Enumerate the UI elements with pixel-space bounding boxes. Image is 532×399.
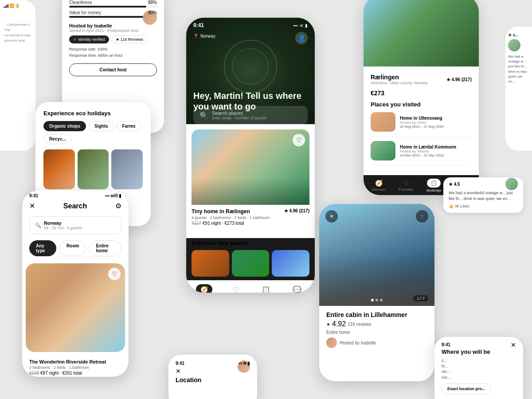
checkmark-icon: ✓	[73, 37, 77, 42]
bookings-sub-location: Akershus, Viken county, Norway	[371, 81, 428, 85]
main-property-card: ♡ ★ 4.96 (217) Tiny home in Rælingen 4 g…	[192, 129, 309, 227]
detail-share-button[interactable]: ↑	[416, 210, 428, 223]
search-input-icon: 🔍	[35, 223, 41, 228]
discover-section: Discover new places	[186, 238, 315, 280]
price-old: €108	[29, 371, 39, 376]
dot-3	[380, 299, 383, 301]
main-content: ♡ ★ 4.96 (217) Tiny home in Rælingen 4 g…	[186, 124, 315, 238]
dot-1	[371, 299, 374, 301]
bookings-tab-bookings[interactable]: 📋 Bookings	[426, 179, 441, 192]
location-signal: ▪▪	[239, 361, 242, 366]
location-title: Location	[176, 376, 250, 383]
detail-property-image: ✕ ↑ 1 / 7	[319, 204, 434, 306]
search-property-price: €108 €87 night · €261 total	[22, 370, 129, 376]
discover-image-2	[232, 250, 270, 277]
filter-tabs: Organic shops Sights Farms Recyc...	[43, 121, 143, 144]
main-price-total: €273 total	[225, 221, 244, 226]
location-battery: ▮	[247, 361, 250, 366]
filter-tab-organic[interactable]: Organic shops	[43, 121, 86, 131]
review-likes: 👍 36 Likes	[449, 204, 518, 208]
where-phone: 9:41 ✕ Where you will be s... th... stu.…	[434, 337, 523, 399]
bookings-tab-favorites[interactable]: ♡ Favorites	[399, 180, 414, 192]
where-title: Where you will be	[442, 348, 516, 355]
filter-tab-sights[interactable]: Sights	[89, 121, 114, 131]
partial-status: 📶 🔋	[4, 4, 20, 8]
where-time: 9:41	[442, 342, 450, 347]
detail-host-avatar	[326, 337, 337, 348]
favorites-icon: ♡	[232, 286, 239, 293]
main-sphere-decoration	[224, 40, 277, 93]
visited-dates-1: 22 Aug 2023 – 27 Aug 2023	[400, 125, 444, 129]
main-price-old: €117	[192, 221, 201, 226]
bookings-info: Rælingen Akershus, Viken county, Norway …	[364, 66, 479, 175]
main-status-bar: 9:41 ▪▪▪ ≋ ▮	[193, 22, 308, 28]
where-exact-location-button[interactable]: Exact location pro...	[442, 383, 491, 394]
bookings-price-row: Rælingen Akershus, Viken county, Norway …	[371, 74, 472, 85]
bookings-location: Rælingen	[371, 74, 428, 81]
signal-icon: ▪▪▪	[105, 193, 110, 198]
bookings-phone: Rælingen Akershus, Viken county, Norway …	[364, 0, 479, 195]
contact-host-button[interactable]: Contact host	[69, 63, 157, 76]
filter-tab-recyc[interactable]: Recyc...	[43, 134, 72, 144]
search-close-button[interactable]: ✕	[29, 202, 35, 210]
main-search-icon: 🔍	[200, 111, 208, 120]
search-input[interactable]: 🔍 Norway 18 - 21 Oct · 4 guests	[29, 216, 121, 234]
review-card: ★ 4.5 We had a wonderful cottage w... ju…	[443, 177, 523, 213]
tab-favorites[interactable]: ♡ Favorites	[228, 286, 243, 293]
main-property-heart[interactable]: ♡	[293, 134, 305, 146]
wifi-icon: wifi	[110, 193, 118, 198]
reviews-badge: ★ 116 Reviews	[112, 35, 148, 43]
eco-image-3	[111, 149, 143, 189]
visited-dates-2: 14 Mar 2023 – 22 Mar 2023	[400, 153, 456, 157]
search-time: 9:41	[29, 193, 38, 198]
tab-discover[interactable]: 🧭 Discover	[196, 284, 212, 293]
tab-messages[interactable]: 💬 Messages	[289, 286, 305, 293]
bookings-favorites-icon: ♡	[403, 180, 409, 187]
tab-bookings[interactable]: 📋 Bookings	[258, 286, 273, 293]
bookings-tab-discover[interactable]: 🧭 Discover	[372, 180, 386, 192]
badge-row: ✓ Identity verified ★ 116 Reviews	[69, 35, 157, 43]
partial-left-text: ...Lillehammer's. The nd remote-it was p…	[4, 22, 31, 43]
search-filter-button[interactable]: ⚙	[115, 202, 121, 210]
discover-icon: 🧭	[196, 284, 212, 293]
main-time: 9:41	[193, 22, 204, 28]
detail-close-button[interactable]: ✕	[325, 210, 338, 223]
detail-image-counter: 1 / 7	[413, 295, 428, 301]
hosted-by-label: Hosted by Isabelle	[69, 23, 157, 28]
discover-images	[192, 250, 309, 277]
detail-image-dots	[371, 299, 383, 301]
rating-row-1: Cleanliness 88%	[69, 0, 157, 8]
eco-images	[43, 149, 143, 189]
type-tab-entire[interactable]: Entire home	[89, 240, 121, 256]
partial-phone-right: ★ 4... We had acottage w...just like th.…	[505, 27, 532, 151]
visited-info-2: Home in Lærdal Kommune Hosted by Viktori…	[400, 145, 456, 157]
where-desc: s... th... stu... out...	[442, 358, 516, 380]
main-battery-icon: ▮	[305, 23, 308, 28]
filter-tab-farms[interactable]: Farms	[117, 121, 141, 131]
main-profile-button[interactable]: 👤	[295, 32, 308, 44]
location-status-icons: ▪▪ ≋ ▮	[239, 361, 250, 366]
search-property-heart[interactable]: ♡	[108, 268, 121, 280]
visited-title: Places you visited	[371, 101, 472, 108]
bookings-icon: 📋	[262, 286, 270, 293]
detail-phone: ✕ ↑ 1 / 7 Entire cabin in Lillehammer ★ …	[319, 204, 434, 381]
search-title: Search	[35, 202, 115, 210]
discover-title: Discover new places	[192, 240, 309, 246]
visited-item-1: Home in Ullensvang Hosted by Oliver 22 A…	[371, 112, 472, 137]
location-time: 9:41	[176, 361, 184, 366]
main-property-image: ♡	[192, 129, 309, 205]
bookings-discover-icon: 🧭	[375, 180, 383, 187]
main-search-bar[interactable]: 🔍 Search places Date range · Number of g…	[193, 106, 308, 125]
where-header: 9:41 ✕	[442, 342, 516, 348]
main-location: 📍 Norway	[193, 34, 215, 39]
discover-image-3	[272, 250, 309, 277]
detail-info: Entire cabin in Lillehammer ★ 4.92 116 r…	[319, 306, 434, 353]
type-tab-room[interactable]: Room	[60, 240, 86, 256]
eco-image-2	[78, 149, 109, 189]
main-price-new: €91 night	[203, 221, 221, 226]
where-close-button[interactable]: ✕	[511, 341, 516, 348]
review-text: We had a wonderful cottage w... just lik…	[449, 190, 518, 201]
type-tab-any[interactable]: Any type	[29, 240, 56, 256]
identity-badge: ✓ Identity verified	[69, 35, 109, 43]
rating-label-value: Value for money	[69, 10, 101, 15]
